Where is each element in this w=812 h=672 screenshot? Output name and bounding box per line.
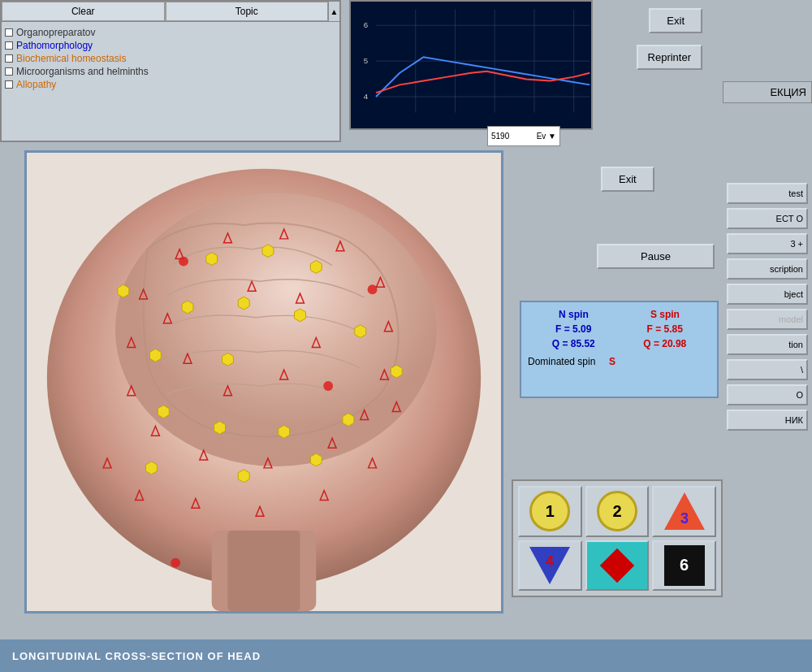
model-button[interactable]: model — [727, 309, 808, 330]
svg-marker-52 — [222, 353, 234, 366]
fn-value: 5.09 — [572, 323, 591, 335]
svg-marker-50 — [355, 325, 366, 338]
symbol-button-1[interactable]: 1 — [518, 486, 582, 537]
list-item[interactable]: Pathomorphology — [5, 40, 336, 51]
symbol-2-shape: 2 — [597, 491, 637, 531]
item-label: Allopathy — [16, 79, 56, 90]
info-panel: N spin S spin F = 5.09 F = 5.85 Q = 85.5… — [520, 301, 719, 398]
topic-panel: Clear Topic ▲ Organopreparatov Pathomorp… — [0, 0, 341, 142]
svg-text:6: 6 — [364, 20, 368, 29]
symbol-button-4[interactable]: 4 — [518, 540, 582, 592]
checkbox[interactable] — [5, 41, 13, 50]
dominated-label: Dominated spin — [528, 356, 595, 367]
svg-text:4: 4 — [364, 92, 369, 101]
svg-marker-58 — [118, 284, 129, 297]
bject-button[interactable]: bject — [727, 284, 808, 305]
qn-row: Q = 85.52 — [552, 338, 595, 349]
symbol-2-label: 2 — [612, 502, 621, 521]
hnik-button[interactable]: НИК — [727, 410, 808, 431]
svg-marker-60 — [238, 470, 249, 483]
list-item[interactable]: Biochemical homeostasis — [5, 53, 336, 64]
reprinter-button[interactable]: Reprinter — [637, 45, 702, 70]
dominated-value: S — [609, 356, 615, 367]
s-spin-label: S spin — [650, 309, 680, 320]
checkbox[interactable] — [5, 67, 13, 76]
item-label: Microorganisms and helminths — [16, 66, 149, 77]
svg-marker-44 — [206, 253, 218, 266]
list-item[interactable]: Microorganisms and helminths — [5, 66, 336, 77]
dropdown-unit: Ev ▼ — [537, 132, 556, 141]
qs-value: 20.98 — [662, 338, 686, 349]
fs-row: F = 5.85 — [647, 323, 683, 335]
list-item[interactable]: Organopreparatov — [5, 27, 336, 38]
symbol-5-shape — [598, 547, 636, 584]
svg-point-64 — [368, 284, 378, 294]
fn-row: F = 5.09 — [555, 323, 591, 335]
symbol-4-shape: 4 — [528, 544, 572, 587]
list-item[interactable]: Allopathy — [5, 79, 336, 90]
brain-svg — [27, 153, 501, 611]
topic-panel-header: Clear Topic ▲ — [2, 2, 339, 22]
svg-text:3: 3 — [680, 510, 689, 527]
svg-rect-14 — [227, 531, 300, 611]
scription-button[interactable]: scription — [727, 258, 808, 280]
svg-point-62 — [179, 257, 188, 267]
graph-dropdown[interactable]: 5190 Ev ▼ — [487, 126, 560, 146]
f-values-row: F = 5.09 F = 5.85 — [528, 323, 710, 335]
symbol-button-5[interactable] — [585, 540, 650, 592]
arrow-button[interactable]: \ — [727, 359, 808, 380]
topic-button[interactable]: Topic — [166, 2, 329, 21]
svg-point-12 — [115, 193, 437, 466]
dominated-row: Dominated spin S — [528, 356, 710, 367]
svg-marker-61 — [310, 453, 322, 466]
svg-marker-51 — [149, 349, 161, 362]
pause-button[interactable]: Pause — [597, 244, 715, 269]
exit-button-2[interactable]: Exit — [601, 167, 654, 192]
graph-panel: 6 5 4 — [349, 0, 593, 130]
ekciya-label: ЕКЦИЯ — [723, 81, 812, 103]
topic-list: Organopreparatov Pathomorphology Biochem… — [2, 22, 339, 95]
symbol-button-2[interactable]: 2 — [585, 486, 650, 537]
svg-point-63 — [323, 381, 333, 391]
svg-marker-57 — [391, 365, 402, 378]
symbol-1-shape: 1 — [529, 491, 570, 531]
graph-svg: 6 5 4 — [351, 2, 591, 128]
dropdown-value: 5190 — [491, 132, 509, 141]
svg-marker-56 — [343, 414, 354, 427]
symbol-6-label: 6 — [680, 556, 689, 574]
svg-marker-53 — [158, 405, 169, 418]
svg-marker-54 — [214, 421, 226, 434]
symbol-1-label: 1 — [546, 502, 555, 521]
checkbox[interactable] — [5, 28, 13, 37]
svg-rect-70 — [600, 548, 634, 583]
test-button[interactable]: test — [727, 183, 808, 204]
tion-button[interactable]: tion — [727, 334, 808, 355]
symbol-button-6[interactable]: 6 — [652, 540, 716, 592]
qn-value: 85.52 — [571, 338, 595, 349]
o-button[interactable]: O — [727, 384, 808, 405]
exit-button-top[interactable]: Exit — [649, 8, 702, 33]
qs-row: Q = 20.98 — [643, 338, 686, 349]
svg-marker-59 — [146, 462, 158, 475]
symbol-6-shape: 6 — [664, 545, 705, 586]
item-label: Biochemical homeostasis — [16, 53, 126, 64]
checkbox[interactable] — [5, 54, 13, 63]
q-values-row: Q = 85.52 Q = 20.98 — [528, 338, 710, 349]
side-buttons: test ECT O 3 + scription bject model tio… — [723, 179, 812, 435]
ect0-button[interactable]: ECT O — [727, 208, 808, 229]
svg-marker-48 — [238, 297, 249, 310]
item-label: Organopreparatov — [16, 27, 95, 38]
item-label: Pathomorphology — [16, 40, 93, 51]
svg-marker-47 — [182, 301, 193, 314]
svg-marker-55 — [279, 425, 290, 438]
clear-button[interactable]: Clear — [2, 2, 165, 21]
svg-text:5: 5 — [364, 56, 369, 65]
symbol-button-3[interactable]: 3 — [652, 486, 716, 537]
n-spin-label: N spin — [559, 309, 589, 320]
svg-marker-46 — [310, 261, 322, 274]
plus3-button[interactable]: 3 + — [727, 233, 808, 254]
svg-text:4: 4 — [546, 553, 554, 570]
symbol-panel: 1 2 3 4 — [512, 479, 723, 597]
svg-marker-45 — [262, 245, 274, 258]
checkbox[interactable] — [5, 80, 13, 89]
